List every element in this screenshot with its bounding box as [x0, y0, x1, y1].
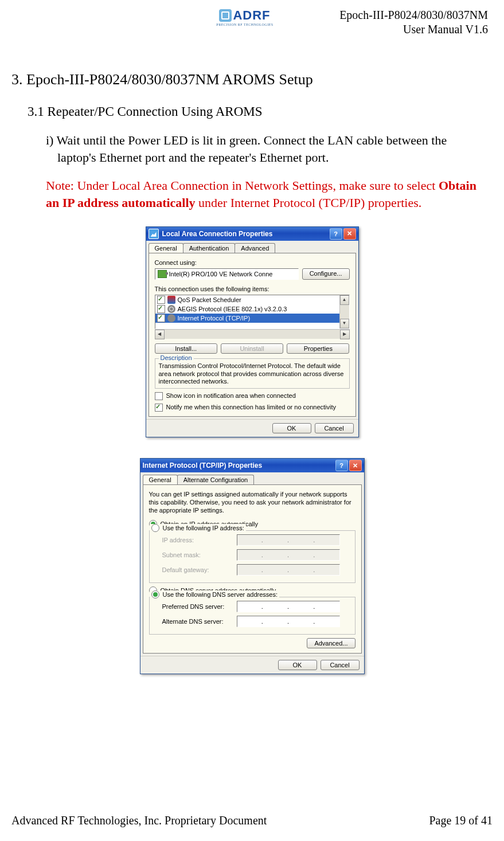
static-ip-group: Use the following IP address: IP address… — [149, 530, 355, 583]
radio-static-dns[interactable]: Use the following DNS server addresses: — [150, 590, 280, 599]
ok-button[interactable]: OK — [272, 423, 311, 433]
help-button[interactable]: ? — [335, 460, 348, 471]
logo: ADRF PRECISION RF TECHNOLOGIES — [212, 8, 278, 26]
ip-address-label: IP address: — [162, 537, 237, 543]
doc-version: User Manual V1.6 — [339, 22, 488, 37]
tab-authentication[interactable]: Authentication — [183, 243, 236, 253]
notify-option[interactable]: Notify me when this connection has limit… — [155, 404, 350, 412]
page-footer: Advanced RF Technologies, Inc. Proprieta… — [11, 814, 493, 827]
gateway-label: Default gateway: — [162, 566, 237, 573]
heading-1: 3. Epoch-III-P8024/8030/8037NM AROMS Set… — [11, 71, 493, 88]
tab-strip: General Authentication Advanced — [146, 241, 358, 253]
gateway-field: ... — [237, 564, 340, 576]
tab-advanced[interactable]: Advanced — [235, 243, 275, 253]
checkbox-icon[interactable] — [157, 314, 165, 322]
logo-subtitle: PRECISION RF TECHNOLOGIES — [212, 23, 278, 26]
list-item-selected[interactable]: Internet Protocol (TCP/IP) — [155, 314, 339, 323]
connection-items-list[interactable]: QoS Packet Scheduler AEGIS Protocol (IEE… — [155, 295, 350, 329]
subnet-field: ... — [237, 549, 340, 561]
description-title: Description — [159, 354, 194, 361]
alternate-dns-label: Alternate DNS server: — [162, 618, 237, 625]
radio-icon[interactable] — [151, 524, 159, 532]
radio-static-ip[interactable]: Use the following IP address: — [150, 524, 246, 532]
subnet-label: Subnet mask: — [162, 551, 237, 558]
logo-text: ADRF — [233, 8, 270, 23]
uninstall-button: Uninstall — [221, 343, 283, 354]
list-item[interactable]: AEGIS Protocol (IEEE 802.1x) v3.2.0.3 — [155, 304, 339, 314]
description-group: Description Transmission Control Protoco… — [155, 358, 350, 389]
scroll-down-icon[interactable]: ▼ — [340, 319, 349, 328]
adapter-name: Intel(R) PRO/100 VE Network Conne — [169, 271, 273, 277]
scroll-left-icon[interactable]: ◀ — [155, 330, 165, 339]
close-button[interactable]: ✕ — [343, 228, 356, 240]
alternate-dns-field[interactable]: ... — [237, 616, 340, 627]
tcpip-properties-dialog: Internet Protocol (TCP/IP) Properties ? … — [140, 458, 365, 674]
connect-using-label: Connect using: — [155, 259, 350, 266]
tab-alternate[interactable]: Alternate Configuration — [177, 475, 255, 484]
show-icon-option[interactable]: Show icon in notification area when conn… — [155, 392, 350, 400]
description-text: Transmission Control Protocol/Internet P… — [159, 362, 346, 386]
checkbox-icon[interactable] — [155, 404, 163, 412]
aegis-icon — [167, 305, 175, 313]
header-right: Epoch-III-P8024/8030/8037NM User Manual … — [339, 8, 488, 37]
list-item[interactable]: QoS Packet Scheduler — [155, 295, 339, 304]
adapter-field[interactable]: Intel(R) PRO/100 VE Network Conne — [155, 268, 299, 280]
radio-icon[interactable] — [151, 590, 159, 599]
footer-left: Advanced RF Technologies, Inc. Proprieta… — [11, 814, 267, 827]
titlebar[interactable]: Internet Protocol (TCP/IP) Properties ? … — [140, 459, 364, 472]
note-text: Note: Under Local Area Connection in Net… — [46, 177, 493, 211]
heading-2: 3.1 Repeater/PC Connection Using AROMS — [28, 104, 493, 119]
tab-general[interactable]: General — [149, 243, 183, 253]
checkbox-icon[interactable] — [157, 296, 165, 304]
ok-button[interactable]: OK — [278, 660, 317, 670]
dialog-title: Internet Protocol (TCP/IP) Properties — [143, 461, 263, 470]
tcpip-explain: You can get IP settings assigned automat… — [149, 491, 355, 514]
step-i: i) Wait until the Power LED is lit in gr… — [46, 132, 487, 166]
install-button[interactable]: Install... — [155, 343, 217, 354]
titlebar[interactable]: Local Area Connection Properties ? ✕ — [146, 227, 358, 241]
cancel-button[interactable]: Cancel — [321, 660, 360, 670]
network-icon — [149, 229, 159, 239]
scrollbar-horizontal[interactable]: ◀ ▶ — [155, 329, 350, 339]
qos-icon — [167, 296, 175, 304]
checkbox-icon[interactable] — [155, 392, 163, 400]
tab-strip: General Alternate Configuration — [140, 472, 364, 484]
cancel-button[interactable]: Cancel — [315, 423, 354, 433]
configure-button[interactable]: Configure... — [302, 268, 350, 280]
items-label: This connection uses the following items… — [155, 285, 350, 292]
help-button[interactable]: ? — [330, 228, 342, 240]
logo-icon — [219, 9, 232, 22]
advanced-button[interactable]: Advanced... — [307, 638, 355, 648]
ip-address-field: ... — [237, 534, 340, 546]
preferred-dns-field[interactable]: ... — [237, 601, 340, 612]
lan-properties-dialog: Local Area Connection Properties ? ✕ Gen… — [146, 226, 359, 437]
tcpip-icon — [167, 314, 175, 322]
close-button[interactable]: ✕ — [349, 460, 362, 471]
preferred-dns-label: Preferred DNS server: — [162, 603, 237, 610]
doc-title: Epoch-III-P8024/8030/8037NM — [339, 8, 488, 22]
scroll-up-icon[interactable]: ▲ — [340, 295, 349, 305]
scrollbar-vertical[interactable]: ▲ ▼ — [339, 295, 349, 328]
footer-right: Page 19 of 41 — [429, 814, 493, 827]
adapter-icon — [158, 270, 167, 278]
scroll-right-icon[interactable]: ▶ — [340, 330, 350, 339]
properties-button[interactable]: Properties — [287, 343, 349, 354]
static-dns-group: Use the following DNS server addresses: … — [149, 597, 355, 635]
checkbox-icon[interactable] — [157, 305, 165, 313]
tab-general[interactable]: General — [143, 475, 178, 484]
dialog-title: Local Area Connection Properties — [162, 230, 273, 238]
